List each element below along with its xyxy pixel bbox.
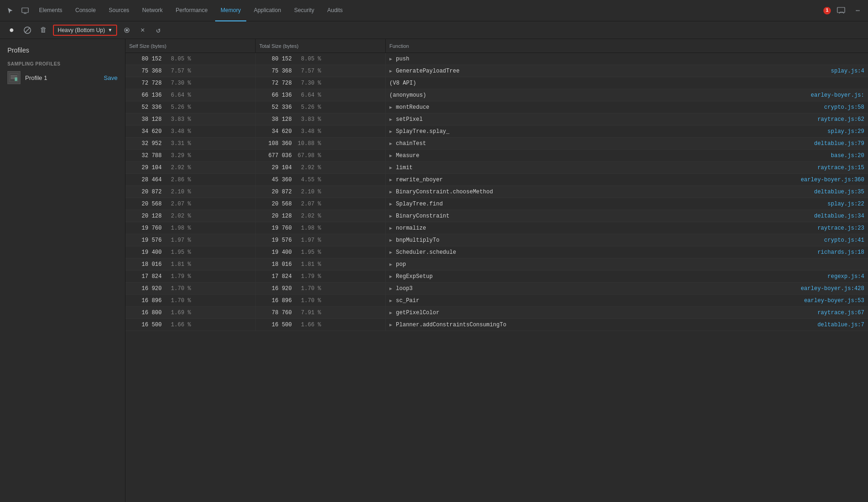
col-self-size[interactable]: Self Size (bytes): [125, 39, 256, 53]
table-row[interactable]: 16 920 1.70 % 16 920 1.70 % ▶loop3earley…: [125, 283, 868, 295]
tab-application[interactable]: Application: [248, 0, 287, 21]
function-link[interactable]: crypto.js:41: [824, 237, 864, 244]
total-size-value: 19 400: [259, 249, 292, 256]
table-row[interactable]: 52 336 5.26 % 52 336 5.26 % ▶montReducec…: [125, 101, 868, 113]
table-row[interactable]: 32 788 3.29 % 677 036 67.98 % ▶Measureba…: [125, 150, 868, 162]
focus-button[interactable]: [121, 24, 133, 36]
table-row[interactable]: 17 824 1.79 % 17 824 1.79 % ▶RegExpSetup…: [125, 271, 868, 283]
table-row[interactable]: 19 400 1.95 % 19 400 1.95 % ▶Scheduler.s…: [125, 246, 868, 258]
more-icon[interactable]: ⋯: [851, 4, 864, 17]
table-row[interactable]: 20 568 2.07 % 20 568 2.07 % ▶SplayTree.f…: [125, 198, 868, 210]
table-row[interactable]: 32 952 3.31 % 108 360 10.88 % ▶chainTest…: [125, 138, 868, 150]
feedback-icon[interactable]: [835, 4, 848, 17]
self-size-value: 20 128: [129, 213, 162, 219]
function-link[interactable]: richards.js:18: [817, 249, 864, 256]
function-name: ▶pop: [389, 261, 406, 268]
function-link[interactable]: earley-boyer.js:53: [804, 297, 864, 304]
expand-arrow-icon: ▶: [389, 117, 392, 122]
expand-arrow-icon: ▶: [389, 105, 392, 110]
function-name: ▶bnpMultiplyTo: [389, 237, 440, 244]
function-link[interactable]: raytrace.js:62: [817, 116, 864, 123]
function-link[interactable]: crypto.js:58: [824, 104, 864, 111]
main-layout: Profiles SAMPLING PROFILES Profile 1 Sav…: [0, 39, 868, 502]
function-link[interactable]: raytrace.js:67: [817, 310, 864, 316]
expand-arrow-icon: ▶: [389, 298, 392, 304]
table-row[interactable]: 29 104 2.92 % 29 104 2.92 % ▶limitraytra…: [125, 162, 868, 174]
function-name: ▶normalize: [389, 225, 426, 231]
function-link[interactable]: deltablue.js:79: [814, 140, 864, 147]
function-link[interactable]: raytrace.js:23: [817, 225, 864, 231]
total-size-value: 19 760: [259, 225, 292, 231]
tab-sources[interactable]: Sources: [103, 0, 135, 21]
tab-security[interactable]: Security: [289, 0, 320, 21]
table-row[interactable]: 18 016 1.81 % 18 016 1.81 % ▶pop: [125, 258, 868, 271]
self-size-pct: 7.30 %: [165, 80, 191, 86]
function-link[interactable]: splay.js:4: [831, 68, 864, 74]
total-size-value: 29 104: [259, 165, 292, 171]
table-row[interactable]: 28 464 2.86 % 45 360 4.55 % ▶rewrite_nbo…: [125, 174, 868, 186]
total-size-pct: 1.98 %: [296, 225, 321, 231]
function-link[interactable]: deltablue.js:34: [814, 213, 864, 219]
total-size-value: 17 824: [259, 273, 292, 280]
sampling-profiles-label: SAMPLING PROFILES: [0, 58, 125, 68]
self-size-pct: 1.97 %: [165, 237, 191, 244]
table-row[interactable]: 80 152 8.05 % 80 152 8.05 % ▶push: [125, 53, 868, 65]
profile-1-item[interactable]: Profile 1 Save: [0, 68, 125, 87]
close-snapshot-button[interactable]: ✕: [137, 24, 149, 36]
function-link[interactable]: earley-boyer.js:: [811, 92, 864, 99]
col-function[interactable]: Function: [386, 39, 868, 53]
table-row[interactable]: 72 728 7.30 % 72 728 7.30 % (V8 API): [125, 77, 868, 89]
record-button[interactable]: ●: [6, 24, 18, 36]
total-size-pct: 3.83 %: [296, 116, 321, 123]
view-mode-dropdown[interactable]: Heavy (Bottom Up) ▼: [53, 25, 117, 36]
function-name: ▶push: [389, 56, 409, 62]
save-link[interactable]: Save: [104, 74, 118, 81]
tab-elements[interactable]: Elements: [33, 0, 68, 21]
col-total-size[interactable]: Total Size (bytes): [256, 39, 386, 53]
nav-right: 1 ⋯: [823, 4, 864, 17]
tab-network[interactable]: Network: [137, 0, 168, 21]
table-row[interactable]: 34 620 3.48 % 34 620 3.48 % ▶SplayTree.s…: [125, 126, 868, 138]
function-link[interactable]: earley-boyer.js:428: [801, 285, 864, 292]
table-row[interactable]: 20 872 2.10 % 20 872 2.10 % ▶BinaryConst…: [125, 186, 868, 198]
table-row[interactable]: 16 896 1.70 % 16 896 1.70 % ▶sc_Pairearl…: [125, 295, 868, 307]
table-row[interactable]: 38 128 3.83 % 38 128 3.83 % ▶setPixelray…: [125, 113, 868, 126]
total-size-value: 20 128: [259, 213, 292, 219]
error-badge[interactable]: 1: [823, 7, 831, 14]
function-link[interactable]: splay.js:29: [828, 128, 864, 135]
self-size-pct: 7.57 %: [165, 68, 191, 74]
function-link[interactable]: earley-boyer.js:360: [801, 177, 864, 183]
table-row[interactable]: 75 368 7.57 % 75 368 7.57 % ▶GeneratePay…: [125, 65, 868, 77]
function-name: ▶Planner.addConstraintsConsumingTo: [389, 322, 506, 328]
table-row[interactable]: 20 128 2.02 % 20 128 2.02 % ▶BinaryConst…: [125, 210, 868, 222]
table-row[interactable]: 16 500 1.66 % 16 500 1.66 % ▶Planner.add…: [125, 319, 868, 331]
device-icon[interactable]: [19, 4, 32, 17]
total-size-pct: 2.92 %: [296, 165, 321, 171]
self-size-value: 52 336: [129, 104, 162, 111]
table-row[interactable]: 66 136 6.64 % 66 136 6.64 % (anonymous)e…: [125, 89, 868, 101]
tab-memory[interactable]: Memory: [215, 0, 246, 21]
self-size-value: 72 728: [129, 80, 162, 86]
function-link[interactable]: deltablue.js:35: [814, 189, 864, 195]
function-link[interactable]: deltablue.js:7: [817, 322, 864, 328]
table-row[interactable]: 16 800 1.69 % 78 760 7.91 % ▶getPixelCol…: [125, 307, 868, 319]
refresh-button[interactable]: ↺: [152, 24, 164, 36]
stop-button[interactable]: [21, 24, 33, 36]
function-link[interactable]: raytrace.js:15: [817, 165, 864, 171]
function-link[interactable]: base.js:20: [831, 152, 864, 159]
total-size-value: 16 920: [259, 285, 292, 292]
profile-icon: [7, 71, 20, 84]
tab-console[interactable]: Console: [70, 0, 101, 21]
function-link[interactable]: splay.js:22: [828, 201, 864, 207]
delete-button[interactable]: 🗑: [37, 24, 49, 36]
table-row[interactable]: 19 576 1.97 % 19 576 1.97 % ▶bnpMultiply…: [125, 234, 868, 246]
table-row[interactable]: 19 760 1.98 % 19 760 1.98 % ▶normalizera…: [125, 222, 868, 234]
tab-audits[interactable]: Audits: [322, 0, 348, 21]
function-link[interactable]: regexp.js:4: [828, 273, 864, 280]
expand-arrow-icon: ▶: [389, 165, 392, 171]
tab-performance[interactable]: Performance: [170, 0, 213, 21]
total-size-pct: 6.64 %: [296, 92, 321, 99]
cursor-icon[interactable]: [4, 4, 17, 17]
total-size-pct: 1.81 %: [296, 261, 321, 268]
self-size-value: 19 400: [129, 249, 162, 256]
